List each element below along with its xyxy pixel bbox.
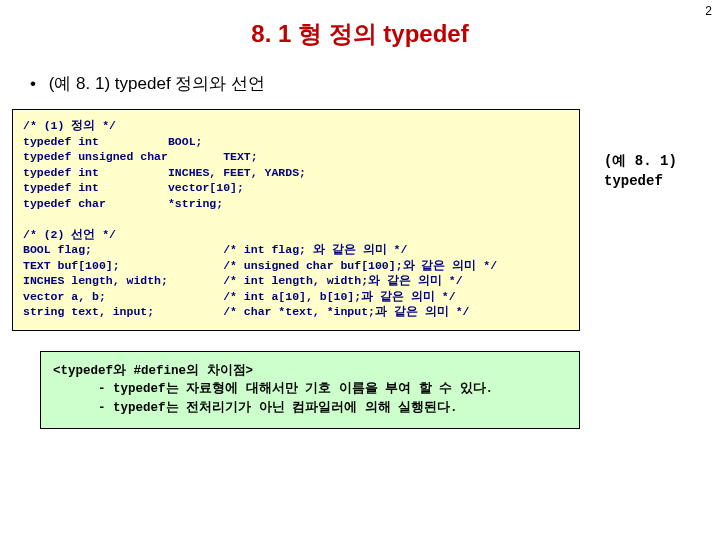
side-label-line2: typedef bbox=[604, 172, 677, 192]
note-content: <typedef와 #define의 차이점> - typedef는 자료형에 … bbox=[53, 362, 567, 418]
note-box: <typedef와 #define의 차이점> - typedef는 자료형에 … bbox=[40, 351, 580, 429]
side-label-line1: (예 8. 1) bbox=[604, 152, 677, 172]
example-bullet: • (예 8. 1) typedef 정의와 선언 bbox=[30, 72, 720, 95]
section-title: 8. 1 형 정의 typedef bbox=[0, 18, 720, 50]
bullet-text: (예 8. 1) typedef 정의와 선언 bbox=[49, 74, 265, 93]
side-label: (예 8. 1) typedef bbox=[604, 152, 677, 191]
code-block-content: /* (1) 정의 */ typedef int BOOL; typedef u… bbox=[23, 118, 569, 320]
page-number: 2 bbox=[705, 4, 712, 18]
bullet-dot: • bbox=[30, 74, 44, 94]
code-block-box: /* (1) 정의 */ typedef int BOOL; typedef u… bbox=[12, 109, 580, 331]
